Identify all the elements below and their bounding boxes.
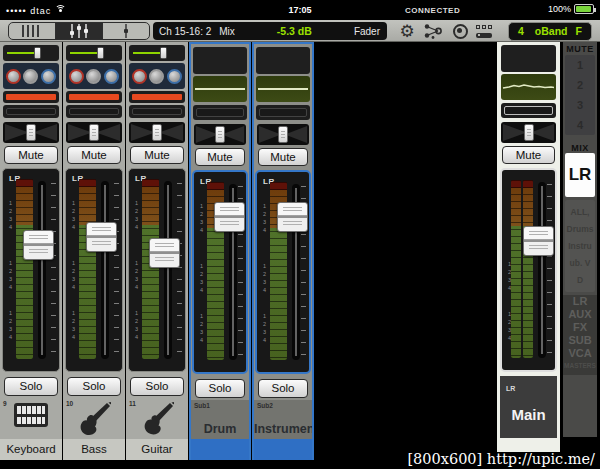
- mute-group-3[interactable]: 3: [565, 95, 595, 115]
- channel-icon-zone[interactable]: 9: [0, 398, 62, 439]
- meter-scale: 1 2 3 4: [7, 309, 14, 341]
- mute-group-1[interactable]: 1: [565, 55, 595, 75]
- settings-button[interactable]: ⚙: [396, 21, 418, 41]
- channel-icon-zone[interactable]: 11: [126, 398, 188, 439]
- meter-scale: 1 2 3 4: [198, 202, 205, 234]
- mute-group-4[interactable]: 4: [565, 115, 595, 135]
- gate-knob-icon: [132, 69, 147, 84]
- channel-info-display[interactable]: Ch 15-16: 2 Mix -5.3 dB Fader: [153, 22, 387, 40]
- gain-thumbnail[interactable]: [66, 45, 122, 61]
- mute-button[interactable]: Mute: [67, 146, 121, 164]
- fader-panel: LR 1 2 3 4 1 2 3 4 1 2 3 4: [255, 170, 311, 374]
- selected-mix-button[interactable]: LR: [565, 153, 595, 197]
- fader-handle[interactable]: [149, 238, 180, 268]
- fader-handle[interactable]: [23, 230, 54, 260]
- comp-meter-thumbnail[interactable]: [66, 105, 122, 118]
- blank-thumbnail[interactable]: [256, 47, 310, 74]
- pan-handle[interactable]: [89, 124, 99, 141]
- preset-display[interactable]: 4 oBand F: [508, 22, 592, 41]
- dynamics-thumbnail[interactable]: [66, 63, 122, 89]
- blank-thumbnail[interactable]: [193, 47, 247, 74]
- pan-control[interactable]: [501, 122, 556, 143]
- pan-handle[interactable]: [152, 124, 162, 141]
- gate-meter-thumbnail[interactable]: [3, 91, 59, 103]
- subgroup-icon-zone[interactable]: Sub1 Drum: [191, 400, 249, 441]
- pan-handle[interactable]: [278, 126, 288, 143]
- connection-status: CONNECTED: [405, 6, 460, 15]
- level-meter-right: [523, 180, 533, 358]
- master-name-zone[interactable]: LR Main: [500, 376, 557, 438]
- mix-type-fx[interactable]: FX: [563, 321, 597, 334]
- gain-handle[interactable]: [97, 47, 104, 59]
- mute-button[interactable]: Mute: [258, 148, 308, 166]
- dynamics-thumbnail[interactable]: [3, 63, 59, 89]
- comp-meter-thumbnail[interactable]: [256, 105, 310, 120]
- subgroup-icon-zone[interactable]: Sub2 Instrument: [254, 400, 312, 441]
- meters-view-button[interactable]: [9, 23, 56, 39]
- dynamics-thumbnail[interactable]: [129, 63, 185, 89]
- mute-button[interactable]: Mute: [4, 146, 58, 164]
- pan-control[interactable]: [129, 122, 185, 143]
- channel-name-label: Keyboard: [0, 439, 62, 460]
- blank-thumbnail[interactable]: [501, 45, 556, 72]
- mute-button[interactable]: Mute: [502, 146, 555, 164]
- fader-panel: LR 1 2 3 4 1 2 3 4 1 2 3 4: [192, 170, 248, 374]
- level-meter: [16, 179, 33, 359]
- gain-handle[interactable]: [34, 47, 41, 59]
- eq-thumbnail[interactable]: [256, 76, 310, 102]
- pan-control[interactable]: [66, 122, 122, 143]
- subgroup-name: Drum: [191, 422, 249, 436]
- comp-meter-thumbnail[interactable]: [501, 103, 556, 118]
- view-groups-panel[interactable]: ALL, Drums Instru ub. V D: [565, 200, 595, 292]
- level-meter: [79, 179, 96, 359]
- watermark: [800x600] http://upic.me/: [407, 451, 595, 467]
- channel-icon-zone[interactable]: 10: [63, 398, 125, 439]
- solo-button[interactable]: Solo: [195, 379, 245, 398]
- mute-group-2[interactable]: 2: [565, 75, 595, 95]
- pan-handle[interactable]: [215, 126, 225, 143]
- status-bar: ••••• dtac 17:05 CONNECTED 100%: [0, 0, 600, 20]
- fader-panel: LR 1 2 3 4 1 2 3 4 1 2 3 4: [128, 168, 186, 372]
- pan-control[interactable]: [257, 124, 309, 145]
- comp-meter-thumbnail[interactable]: [193, 105, 247, 120]
- channel-name-label: Guitar: [126, 439, 188, 460]
- master-fader-handle[interactable]: [523, 226, 554, 256]
- eq-thumbnail[interactable]: [193, 76, 247, 102]
- mix-type-lr[interactable]: LR: [563, 295, 597, 308]
- routing-button[interactable]: [422, 21, 444, 41]
- comp-meter-thumbnail[interactable]: [129, 105, 185, 118]
- mix-type-sub[interactable]: SUB: [563, 334, 597, 347]
- geq-thumbnail[interactable]: [501, 74, 556, 100]
- fader-handle[interactable]: [277, 202, 308, 232]
- channel-number: 10: [66, 400, 73, 407]
- pan-handle[interactable]: [524, 124, 534, 141]
- fader-slot: [38, 181, 46, 359]
- channel-view-button[interactable]: [103, 23, 149, 39]
- comp-meter-thumbnail[interactable]: [3, 105, 59, 118]
- mix-type-vca[interactable]: VCA: [563, 347, 597, 360]
- mixer-view-button[interactable]: [56, 23, 103, 39]
- mix-types-panel: LR AUX FX SUB VCA MASTERS: [563, 295, 597, 375]
- solo-button[interactable]: Solo: [130, 377, 184, 396]
- meter-scale: 1 2 3 4: [133, 199, 140, 231]
- solo-button[interactable]: Solo: [258, 379, 308, 398]
- pan-handle[interactable]: [26, 124, 36, 141]
- subgroup-name: Instrument: [254, 422, 312, 436]
- mix-type-aux[interactable]: AUX: [563, 308, 597, 321]
- gain-handle[interactable]: [160, 47, 167, 59]
- solo-button[interactable]: Solo: [67, 377, 121, 396]
- fader-handle[interactable]: [214, 202, 245, 232]
- fader-panel: LR 1 2 3 4 1 2 3 4 1 2 3 4: [65, 168, 123, 372]
- quick-access-button[interactable]: [474, 21, 496, 41]
- gain-thumbnail[interactable]: [3, 45, 59, 61]
- mute-button[interactable]: Mute: [195, 148, 245, 166]
- record-button[interactable]: [449, 21, 471, 41]
- fader-handle[interactable]: [86, 222, 117, 252]
- gate-meter-thumbnail[interactable]: [129, 91, 185, 103]
- mute-button[interactable]: Mute: [130, 146, 184, 164]
- pan-control[interactable]: [194, 124, 246, 145]
- gain-thumbnail[interactable]: [129, 45, 185, 61]
- pan-control[interactable]: [3, 122, 59, 143]
- gate-meter-thumbnail[interactable]: [66, 91, 122, 103]
- solo-button[interactable]: Solo: [4, 377, 58, 396]
